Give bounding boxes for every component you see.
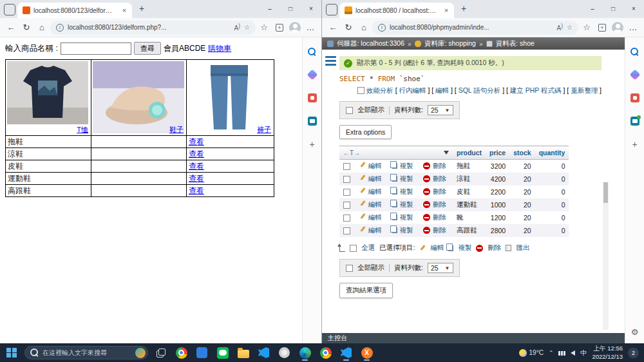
copilot-icon[interactable] [629,68,641,81]
row-checkbox[interactable] [343,163,350,170]
more-menu-icon[interactable]: … [626,21,640,35]
row-delete-link[interactable]: 刪除 [433,175,446,182]
column-price[interactable]: price [489,149,506,157]
sql-select-keyword[interactable]: SELECT [339,75,365,83]
view-link[interactable]: 查看 [189,174,204,183]
browser-tab[interactable]: localhost:8080 / localhost:3306 / ... × [339,3,454,18]
network-icon[interactable] [558,350,565,356]
selected-copy-link[interactable]: 複製 [458,243,471,252]
show-all-checkbox[interactable] [346,107,353,114]
inline-edit-link[interactable]: 行內編輯 [399,86,426,94]
query-results-options-button[interactable]: 查詢結果選項 [339,283,393,298]
column-product[interactable]: product [457,149,482,157]
file-explorer-icon[interactable] [235,345,251,361]
row-edit-link[interactable]: 編輯 [368,226,382,234]
favorites-icon[interactable]: ☆ [257,21,271,35]
row-copy-link[interactable]: 複製 [400,187,413,195]
search-icon[interactable] [306,45,319,58]
address-bar[interactable]: i localhost:8080/123/delform.php?... A) … [50,21,256,35]
address-bar[interactable]: i localhost:8080/phpmyadmin/inde... A) ☆ [372,21,578,35]
back-icon[interactable]: ← [326,21,340,35]
table-scrollbar[interactable] [603,182,609,330]
read-aloud-icon[interactable]: A) [557,23,563,32]
tshirt-link[interactable]: T恤 [77,125,88,135]
ed​ge-icon[interactable] [297,345,313,361]
favorite-star-icon[interactable]: ☆ [567,24,573,31]
task-view-icon[interactable] [153,345,169,361]
collections-icon[interactable]: + [595,21,609,35]
create-php-code-link[interactable]: 建立 PHP 程式碼 [510,86,562,94]
refresh-icon[interactable]: ↻ [341,21,355,35]
selected-export-link[interactable]: 匯出 [516,243,529,252]
app-circle-icon[interactable] [276,345,292,361]
row-edit-link[interactable]: 編輯 [368,187,382,195]
transform-header[interactable]: ←T→ [343,149,360,157]
new-tab-button[interactable]: + [135,3,148,15]
back-icon[interactable]: ← [4,21,18,35]
row-edit-link[interactable]: 編輯 [368,162,382,169]
show-all-checkbox[interactable] [346,265,353,272]
hidden-icons-chevron[interactable]: ⌃ [549,350,554,356]
column-quantity[interactable]: quantity [539,149,565,157]
view-link[interactable]: 查看 [189,137,204,146]
minimize-button[interactable]: – [582,0,603,17]
row-checkbox[interactable] [343,227,350,234]
scrollbar-thumb[interactable] [603,182,608,203]
favorites-icon[interactable]: ☆ [580,21,594,35]
shopping-icon[interactable] [306,91,319,104]
menu-toggle-icon[interactable] [325,56,336,68]
site-info-icon[interactable]: i [378,24,386,32]
refresh-link[interactable]: 重新整理 [571,86,598,94]
more-menu-icon[interactable]: … [303,21,317,35]
view-link[interactable]: 查看 [189,149,204,158]
explain-sql-link[interactable]: SQL 語句分析 [459,86,501,94]
line-icon[interactable] [214,345,231,361]
sql-from-keyword[interactable]: FROM [378,75,395,83]
cart-link[interactable]: 購物車 [208,43,231,54]
row-checkbox[interactable] [343,189,350,196]
check-all-checkbox[interactable] [350,245,357,252]
row-copy-link[interactable]: 複製 [400,213,413,221]
profile-avatar[interactable] [611,21,625,35]
favorite-star-icon[interactable]: ☆ [244,24,250,31]
browser-tab[interactable]: localhost:8080/123/delform.php × [17,3,132,18]
extra-options-button[interactable]: Extra options [339,125,392,139]
collections-icon[interactable]: + [272,21,287,35]
weather-widget[interactable]: 19°C [519,349,544,357]
tab-close-icon[interactable]: × [442,6,451,14]
refresh-icon[interactable]: ↻ [19,21,33,35]
row-copy-link[interactable]: 複製 [400,226,413,234]
tab-actions-icon[interactable] [326,4,337,15]
site-info-icon[interactable]: i [56,24,64,32]
view-link[interactable]: 查看 [189,162,204,171]
row-delete-link[interactable]: 刪除 [433,162,446,169]
home-icon[interactable]: ⌂ [357,21,371,35]
new-tab-button[interactable]: + [457,3,470,15]
ime-indicator[interactable]: 中 [580,348,587,357]
edit-link[interactable]: 編輯 [435,86,449,94]
volume-icon[interactable] [571,350,575,356]
maximize-button[interactable]: □ [280,0,301,17]
row-delete-link[interactable]: 刪除 [433,200,446,208]
search-highlight-image[interactable] [135,348,146,358]
slipper-link[interactable]: 鞋子 [169,125,184,135]
close-button[interactable]: × [623,0,644,17]
add-icon[interactable]: + [306,138,319,151]
row-copy-link[interactable]: 複製 [400,200,413,208]
read-aloud-icon[interactable]: A) [234,23,240,32]
selected-edit-link[interactable]: 編輯 [430,243,444,252]
tab-actions-icon[interactable] [4,4,15,15]
vscode-icon[interactable] [256,345,272,361]
row-checkbox[interactable] [343,202,350,209]
row-copy-link[interactable]: 複製 [400,162,413,169]
profile-avatar[interactable] [288,21,302,35]
row-edit-link[interactable]: 編輯 [368,213,382,221]
outlook-icon[interactable] [629,115,641,128]
row-delete-link[interactable]: 刪除 [433,226,446,234]
selected-delete-link[interactable]: 刪除 [488,243,501,252]
outlook-icon[interactable] [306,115,319,128]
search-submit-button[interactable]: 查尋 [134,42,161,55]
row-count-select[interactable]: 25 ▼ [428,105,453,115]
sort-icon[interactable] [444,151,449,155]
product-name-input[interactable] [61,43,131,55]
